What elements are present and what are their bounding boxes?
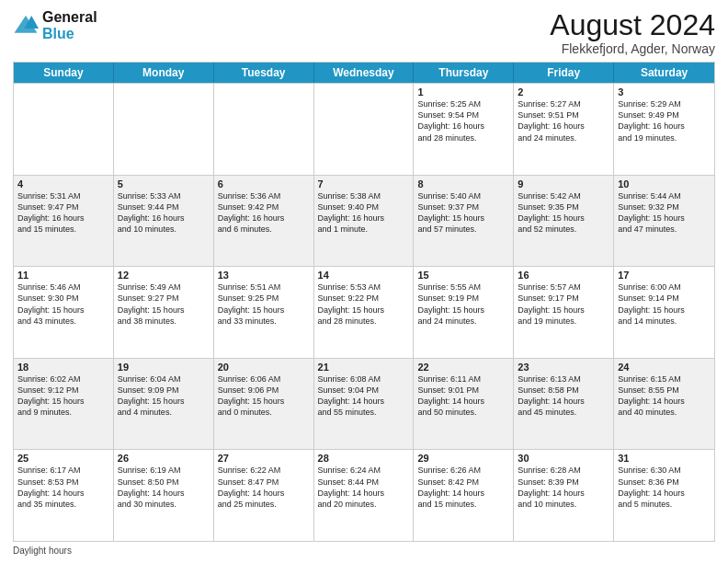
cal-cell-20: 20Sunrise: 6:06 AM Sunset: 9:06 PM Dayli… — [214, 359, 314, 450]
day-number: 30 — [518, 453, 609, 464]
cell-info: Sunrise: 5:33 AM Sunset: 9:44 PM Dayligh… — [118, 190, 210, 236]
cell-info: Sunrise: 5:31 AM Sunset: 9:47 PM Dayligh… — [17, 190, 109, 236]
page: General Blue August 2024 Flekkefjord, Ag… — [0, 0, 728, 563]
cal-cell-16: 16Sunrise: 5:57 AM Sunset: 9:17 PM Dayli… — [514, 267, 614, 358]
cell-info: Sunrise: 6:28 AM Sunset: 8:39 PM Dayligh… — [518, 465, 609, 510]
day-number: 22 — [417, 362, 509, 373]
logo-text: General Blue — [42, 9, 97, 41]
cal-cell-25: 25Sunrise: 6:17 AM Sunset: 8:53 PM Dayli… — [14, 450, 114, 541]
day-number: 24 — [618, 362, 711, 373]
cell-info: Sunrise: 6:19 AM Sunset: 8:50 PM Dayligh… — [118, 465, 210, 510]
cell-info: Sunrise: 5:29 AM Sunset: 9:49 PM Dayligh… — [618, 98, 711, 144]
cell-info: Sunrise: 5:44 AM Sunset: 9:32 PM Dayligh… — [618, 190, 711, 236]
day-number: 26 — [118, 453, 210, 464]
cell-info: Sunrise: 6:30 AM Sunset: 8:36 PM Dayligh… — [618, 465, 711, 510]
day-number: 12 — [118, 270, 210, 281]
cell-info: Sunrise: 5:55 AM Sunset: 9:19 PM Dayligh… — [417, 282, 509, 327]
main-title: August 2024 — [550, 9, 715, 41]
cell-info: Sunrise: 6:22 AM Sunset: 8:47 PM Dayligh… — [218, 465, 310, 510]
cell-info: Sunrise: 5:40 AM Sunset: 9:37 PM Dayligh… — [417, 190, 509, 236]
header-cell-friday: Friday — [514, 63, 614, 83]
daylight-label: Daylight hours — [13, 546, 72, 556]
cal-cell-21: 21Sunrise: 6:08 AM Sunset: 9:04 PM Dayli… — [314, 359, 415, 450]
day-number: 10 — [618, 178, 711, 190]
day-number: 29 — [417, 453, 509, 464]
cal-cell-17: 17Sunrise: 6:00 AM Sunset: 9:14 PM Dayli… — [614, 267, 714, 358]
cal-cell-empty-0-3 — [314, 84, 415, 175]
cal-cell-24: 24Sunrise: 6:15 AM Sunset: 8:55 PM Dayli… — [614, 359, 714, 450]
day-number: 8 — [417, 178, 509, 190]
header-cell-sunday: Sunday — [14, 63, 114, 83]
day-number: 25 — [17, 453, 109, 464]
cell-info: Sunrise: 5:27 AM Sunset: 9:51 PM Dayligh… — [518, 98, 609, 144]
cal-cell-10: 10Sunrise: 5:44 AM Sunset: 9:32 PM Dayli… — [614, 176, 714, 267]
day-number: 6 — [218, 178, 310, 190]
day-number: 15 — [417, 270, 509, 281]
cal-cell-31: 31Sunrise: 6:30 AM Sunset: 8:36 PM Dayli… — [614, 450, 714, 541]
calendar-header: SundayMondayTuesdayWednesdayThursdayFrid… — [14, 63, 714, 83]
calendar-row-1: 4Sunrise: 5:31 AM Sunset: 9:47 PM Daylig… — [14, 175, 714, 267]
cal-cell-19: 19Sunrise: 6:04 AM Sunset: 9:09 PM Dayli… — [114, 359, 214, 450]
day-number: 28 — [318, 453, 410, 464]
top-section: General Blue August 2024 Flekkefjord, Ag… — [13, 9, 715, 56]
day-number: 27 — [218, 453, 310, 464]
day-number: 1 — [417, 86, 509, 98]
cell-info: Sunrise: 6:04 AM Sunset: 9:09 PM Dayligh… — [118, 373, 210, 419]
cal-cell-9: 9Sunrise: 5:42 AM Sunset: 9:35 PM Daylig… — [514, 176, 614, 267]
cell-info: Sunrise: 6:24 AM Sunset: 8:44 PM Dayligh… — [318, 465, 410, 510]
cell-info: Sunrise: 6:13 AM Sunset: 8:58 PM Dayligh… — [518, 373, 609, 419]
day-number: 14 — [318, 270, 410, 281]
day-number: 31 — [618, 453, 711, 464]
day-number: 23 — [518, 362, 609, 373]
header-cell-wednesday: Wednesday — [314, 63, 415, 83]
cal-cell-4: 4Sunrise: 5:31 AM Sunset: 9:47 PM Daylig… — [14, 176, 114, 267]
day-number: 19 — [118, 362, 210, 373]
cal-cell-11: 11Sunrise: 5:46 AM Sunset: 9:30 PM Dayli… — [14, 267, 114, 358]
cal-cell-empty-0-1 — [114, 84, 214, 175]
cell-info: Sunrise: 6:26 AM Sunset: 8:42 PM Dayligh… — [417, 465, 509, 510]
day-number: 13 — [218, 270, 310, 281]
logo-icon — [13, 13, 39, 39]
cell-info: Sunrise: 6:00 AM Sunset: 9:14 PM Dayligh… — [618, 282, 711, 327]
cal-cell-8: 8Sunrise: 5:40 AM Sunset: 9:37 PM Daylig… — [414, 176, 514, 267]
cal-cell-28: 28Sunrise: 6:24 AM Sunset: 8:44 PM Dayli… — [314, 450, 415, 541]
day-number: 2 — [518, 86, 609, 98]
cell-info: Sunrise: 6:02 AM Sunset: 9:12 PM Dayligh… — [17, 373, 109, 419]
cal-cell-7: 7Sunrise: 5:38 AM Sunset: 9:40 PM Daylig… — [314, 176, 415, 267]
cell-info: Sunrise: 6:17 AM Sunset: 8:53 PM Dayligh… — [17, 465, 109, 510]
cal-cell-26: 26Sunrise: 6:19 AM Sunset: 8:50 PM Dayli… — [114, 450, 214, 541]
day-number: 17 — [618, 270, 711, 281]
cal-cell-14: 14Sunrise: 5:53 AM Sunset: 9:22 PM Dayli… — [314, 267, 415, 358]
cell-info: Sunrise: 6:06 AM Sunset: 9:06 PM Dayligh… — [218, 373, 310, 419]
day-number: 5 — [118, 178, 210, 190]
day-number: 7 — [318, 178, 410, 190]
cell-info: Sunrise: 6:11 AM Sunset: 9:01 PM Dayligh… — [417, 373, 509, 419]
cal-cell-1: 1Sunrise: 5:25 AM Sunset: 9:54 PM Daylig… — [414, 84, 514, 175]
day-number: 4 — [17, 178, 109, 190]
cell-info: Sunrise: 5:46 AM Sunset: 9:30 PM Dayligh… — [17, 282, 109, 327]
cell-info: Sunrise: 5:36 AM Sunset: 9:42 PM Dayligh… — [218, 190, 310, 236]
cal-cell-27: 27Sunrise: 6:22 AM Sunset: 8:47 PM Dayli… — [214, 450, 314, 541]
cell-info: Sunrise: 5:51 AM Sunset: 9:25 PM Dayligh… — [218, 282, 310, 327]
cal-cell-13: 13Sunrise: 5:51 AM Sunset: 9:25 PM Dayli… — [214, 267, 314, 358]
calendar-row-2: 11Sunrise: 5:46 AM Sunset: 9:30 PM Dayli… — [14, 266, 714, 358]
cal-cell-6: 6Sunrise: 5:36 AM Sunset: 9:42 PM Daylig… — [214, 176, 314, 267]
cell-info: Sunrise: 5:57 AM Sunset: 9:17 PM Dayligh… — [518, 282, 609, 327]
cal-cell-29: 29Sunrise: 6:26 AM Sunset: 8:42 PM Dayli… — [414, 450, 514, 541]
cell-info: Sunrise: 6:08 AM Sunset: 9:04 PM Dayligh… — [318, 373, 410, 419]
cell-info: Sunrise: 5:49 AM Sunset: 9:27 PM Dayligh… — [118, 282, 210, 327]
cal-cell-12: 12Sunrise: 5:49 AM Sunset: 9:27 PM Dayli… — [114, 267, 214, 358]
cal-cell-22: 22Sunrise: 6:11 AM Sunset: 9:01 PM Dayli… — [414, 359, 514, 450]
header-cell-thursday: Thursday — [414, 63, 514, 83]
day-number: 21 — [318, 362, 410, 373]
cell-info: Sunrise: 5:38 AM Sunset: 9:40 PM Dayligh… — [318, 190, 410, 236]
day-number: 3 — [618, 86, 711, 98]
calendar-body: 1Sunrise: 5:25 AM Sunset: 9:54 PM Daylig… — [14, 83, 714, 541]
subtitle: Flekkefjord, Agder, Norway — [550, 41, 715, 56]
day-number: 18 — [17, 362, 109, 373]
cell-info: Sunrise: 5:42 AM Sunset: 9:35 PM Dayligh… — [518, 190, 609, 236]
cal-cell-30: 30Sunrise: 6:28 AM Sunset: 8:39 PM Dayli… — [514, 450, 614, 541]
logo: General Blue — [13, 9, 97, 41]
cal-cell-18: 18Sunrise: 6:02 AM Sunset: 9:12 PM Dayli… — [14, 359, 114, 450]
day-number: 9 — [518, 178, 609, 190]
